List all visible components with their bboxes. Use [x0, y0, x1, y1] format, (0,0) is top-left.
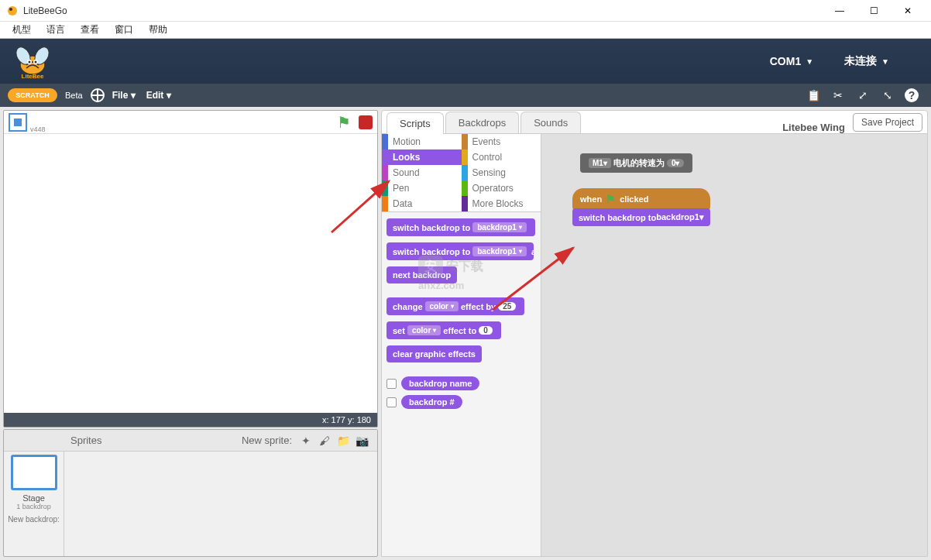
green-flag-icon[interactable]: ⚑ — [337, 113, 351, 132]
svg-point-1 — [9, 8, 12, 11]
stop-icon[interactable] — [359, 115, 373, 129]
new-sprite-camera-icon[interactable]: 📷 — [355, 434, 369, 448]
globe-icon[interactable] — [91, 88, 105, 102]
new-sprite-label: New sprite: — [242, 435, 292, 446]
project-name: Litebee Wing — [782, 122, 845, 133]
block-set-effect[interactable]: setcolor▾effect to0 — [386, 321, 501, 339]
scripts-canvas[interactable]: M1▾电机的转速为0▾ when⚑clicked switch backdrop… — [541, 134, 927, 556]
close-button[interactable]: ✕ — [891, 0, 925, 22]
cat-motion[interactable]: Motion — [382, 134, 462, 149]
block-palette: Motion Events Looks Control Sound Sensin… — [382, 134, 541, 556]
stage-thumb-label: Stage — [22, 493, 45, 503]
block-next-backdrop[interactable]: next backdrop — [386, 266, 457, 283]
reporter-backdrop-name[interactable]: backdrop name — [386, 376, 536, 390]
chevron-down-icon[interactable]: ▼ — [806, 57, 813, 66]
cat-sound[interactable]: Sound — [382, 165, 462, 180]
sprites-panel: Sprites New sprite: ✦ 🖌 📁 📷 Stage 1 back… — [3, 429, 378, 557]
cat-control[interactable]: Control — [462, 149, 541, 165]
shrink-icon[interactable]: ⤡ — [880, 88, 895, 103]
beta-label: Beta — [65, 91, 83, 100]
litebee-logo-icon: LiteBee — [11, 42, 57, 81]
cat-pen[interactable]: Pen — [382, 180, 462, 196]
block-change-effect[interactable]: changecolor▾effect by25 — [386, 297, 524, 315]
app-icon — [6, 5, 19, 17]
scissors-icon[interactable]: ✂ — [830, 88, 846, 103]
file-menu[interactable]: File ▾ — [112, 90, 136, 101]
new-sprite-upload-icon[interactable]: 📁 — [336, 434, 350, 448]
connection-status[interactable]: 未连接 — [844, 54, 877, 68]
new-backdrop-label: New backdrop: — [8, 515, 60, 524]
checkbox-icon[interactable] — [386, 397, 397, 407]
stage-panel: v448 ⚑ x: 177 y: 180 — [3, 110, 378, 428]
edit-menu[interactable]: Edit ▾ — [146, 90, 171, 101]
block-clear-effects[interactable]: clear graphic effects — [386, 345, 482, 362]
stage-canvas[interactable] — [4, 134, 377, 413]
svg-text:LiteBee: LiteBee — [22, 73, 44, 80]
scratch-logo-icon: SCRATCH — [8, 88, 57, 102]
minimize-button[interactable]: — — [823, 0, 857, 22]
menu-window[interactable]: 窗口 — [107, 22, 141, 38]
menu-help[interactable]: 帮助 — [141, 22, 175, 38]
sprite-list[interactable] — [64, 452, 377, 556]
grow-icon[interactable]: ⤢ — [855, 88, 871, 103]
scratch-toolbar: SCRATCH Beta File ▾ Edit ▾ 📋 ✂ ⤢ ⤡ ? — [0, 84, 931, 107]
script-ext-motor[interactable]: M1▾电机的转速为0▾ — [580, 153, 692, 173]
save-project-button[interactable]: Save Project — [853, 113, 922, 132]
cat-events[interactable]: Events — [462, 134, 541, 149]
top-banner: LiteBee COM1 ▼ 未连接 ▼ — [0, 39, 931, 84]
svg-point-6 — [29, 61, 31, 64]
checkbox-icon[interactable] — [386, 379, 397, 389]
main-area: v448 ⚑ x: 177 y: 180 Sprites New sprite:… — [0, 107, 931, 560]
category-grid: Motion Events Looks Control Sound Sensin… — [382, 134, 541, 212]
stage-thumb-image — [11, 455, 57, 490]
stage-id-label: v448 — [30, 125, 46, 133]
stage-thumbnail[interactable]: Stage 1 backdrop New backdrop: — [4, 452, 64, 556]
port-selector[interactable]: COM1 — [770, 55, 801, 67]
tab-sounds[interactable]: Sounds — [520, 112, 581, 133]
cat-looks[interactable]: Looks — [382, 149, 462, 165]
svg-point-0 — [8, 6, 17, 15]
block-switch-backdrop[interactable]: switch backdrop tobackdrop1▾ — [386, 218, 535, 236]
reporter-backdrop-num[interactable]: backdrop # — [386, 395, 536, 409]
svg-point-8 — [35, 61, 37, 64]
cat-operators[interactable]: Operators — [462, 180, 541, 196]
chevron-down-icon[interactable]: ▼ — [881, 57, 889, 66]
help-icon[interactable]: ? — [905, 88, 919, 102]
menu-language[interactable]: 语言 — [39, 22, 73, 38]
stage-thumb-sub: 1 backdrop — [16, 503, 51, 510]
sprites-label: Sprites — [70, 435, 101, 446]
menu-model[interactable]: 机型 — [5, 22, 39, 38]
cat-more[interactable]: More Blocks — [462, 196, 541, 211]
fullscreen-icon[interactable] — [9, 113, 27, 132]
new-sprite-paint-icon[interactable]: 🖌 — [318, 434, 332, 448]
window-title: LiteBeeGo — [23, 5, 823, 16]
window-titlebar: LiteBeeGo — ☐ ✕ — [0, 0, 931, 22]
stamp-icon[interactable]: 📋 — [806, 88, 821, 103]
menu-bar: 机型 语言 查看 窗口 帮助 — [0, 22, 931, 39]
stage-coordinates: x: 177 y: 180 — [4, 413, 377, 427]
script-when-flag[interactable]: when⚑clicked switch backdrop tobackdrop1… — [572, 188, 710, 226]
maximize-button[interactable]: ☐ — [857, 0, 891, 22]
tab-backdrops[interactable]: Backdrops — [445, 112, 519, 133]
block-switch-backdrop-wait[interactable]: switch backdrop tobackdrop1▾ an — [386, 242, 534, 260]
new-sprite-library-icon[interactable]: ✦ — [299, 434, 313, 448]
tab-scripts[interactable]: Scripts — [386, 112, 444, 134]
menu-view[interactable]: 查看 — [73, 22, 107, 38]
tabs-bar: Scripts Backdrops Sounds Litebee Wing Sa… — [382, 111, 927, 134]
cat-sensing[interactable]: Sensing — [462, 165, 541, 180]
cat-data[interactable]: Data — [382, 196, 462, 211]
